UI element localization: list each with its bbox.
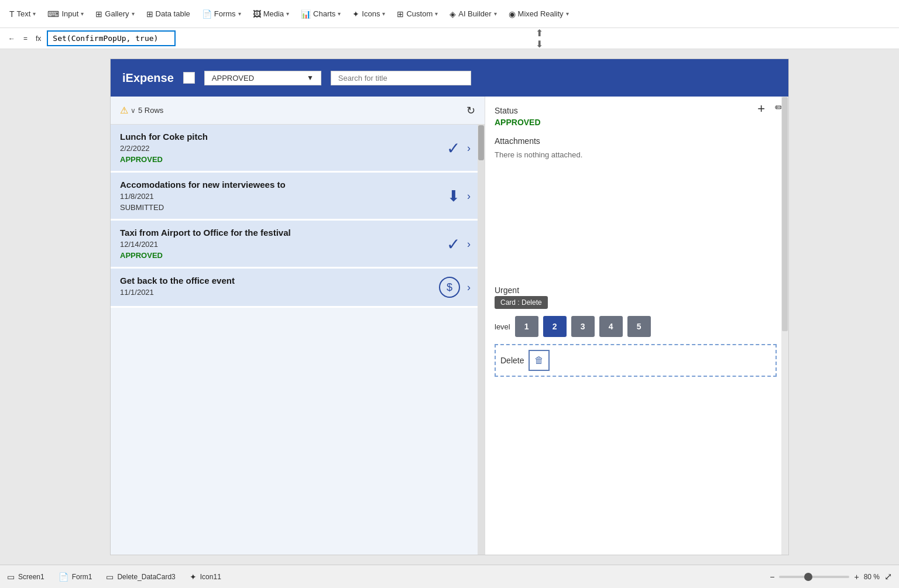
- level-4-button[interactable]: 4: [599, 316, 623, 337]
- formula-resize-handle[interactable]: ⬆ ⬇: [536, 27, 543, 50]
- status-delete-datacard3[interactable]: ▭ Delete_DataCard3: [106, 572, 175, 582]
- back-button[interactable]: ←: [5, 33, 19, 44]
- toolbar-datatable-label: Data table: [156, 9, 190, 18]
- chevron-down-icon: ▾: [286, 11, 289, 17]
- dollar-icon: $: [439, 277, 460, 298]
- fx-button[interactable]: fx: [32, 33, 44, 44]
- zoom-minus-button[interactable]: −: [770, 572, 774, 582]
- warning-icon: ⚠: [120, 105, 128, 116]
- delete-button[interactable]: 🗑: [529, 350, 550, 371]
- toolbar-gallery[interactable]: ⊞ Gallery ▾: [91, 7, 139, 21]
- charts-icon: 📊: [301, 9, 311, 19]
- level-1-button[interactable]: 1: [515, 316, 538, 337]
- formula-bar: ← = fx ⬆ ⬇: [0, 28, 899, 49]
- detail-panel: + ✏ Status APPROVED Attachments There is…: [485, 97, 788, 555]
- ai-builder-icon: ◈: [450, 9, 456, 19]
- toolbar-gallery-label: Gallery: [105, 9, 129, 18]
- toolbar-custom-label: Custom: [406, 9, 433, 18]
- toolbar-icons[interactable]: ✦ Icons ▾: [348, 7, 390, 21]
- delete-row: Delete 🗑: [500, 350, 771, 371]
- item-title: Accomodations for new interviewees to: [120, 180, 468, 190]
- app-header: iExpense APPROVED ▼: [111, 59, 788, 97]
- toolbar-charts-label: Charts: [313, 9, 335, 18]
- toolbar-datatable[interactable]: ⊞ Data table: [142, 7, 195, 21]
- list-items: Lunch for Coke pitch 2/2/2022 APPROVED ✓…: [111, 125, 478, 555]
- item-title: Taxi from Airport to Office for the fest…: [120, 228, 468, 238]
- card-delete-tooltip: Card : Delete: [495, 296, 548, 309]
- chevron-down-icon: ▾: [33, 11, 36, 17]
- chevron-down-icon: ▾: [382, 11, 385, 17]
- toolbar-media[interactable]: 🖼 Media ▾: [248, 7, 294, 21]
- toolbar-charts[interactable]: 📊 Charts ▾: [296, 7, 345, 21]
- item-status: APPROVED: [120, 155, 468, 164]
- expand-button[interactable]: ⤢: [884, 571, 892, 582]
- toolbar-input[interactable]: ⌨ Input ▾: [43, 7, 88, 21]
- level-label: level: [495, 322, 510, 331]
- equals-button[interactable]: =: [20, 33, 31, 44]
- zoom-plus-button[interactable]: +: [854, 572, 859, 582]
- toolbar-text[interactable]: T Text ▾: [5, 7, 40, 21]
- arrow-right-icon[interactable]: ›: [467, 281, 471, 294]
- mixed-reality-icon: ◉: [509, 9, 516, 19]
- item-date: 11/8/2021: [120, 192, 468, 201]
- header-checkbox[interactable]: [183, 72, 195, 84]
- arrow-right-icon[interactable]: ›: [467, 142, 471, 154]
- toolbar-custom[interactable]: ⊞ Custom ▾: [392, 7, 442, 21]
- zoom-value: 80 %: [864, 573, 880, 581]
- chevron-down-icon: ▾: [132, 11, 135, 17]
- item-title: Get back to the office event: [120, 276, 468, 286]
- list-item[interactable]: Taxi from Airport to Office for the fest…: [111, 221, 478, 269]
- app-body: ⚠ ∨ 5 Rows ↻ Lunch for Coke pitch 2/2/20…: [111, 97, 788, 555]
- status-icon11[interactable]: ✦ Icon11: [190, 572, 221, 582]
- item-actions: ✓ ›: [447, 234, 471, 253]
- chevron-down-icon: ▾: [566, 11, 569, 17]
- chevron-down-icon: ▾: [494, 11, 497, 17]
- status-value: APPROVED: [495, 118, 777, 127]
- arrow-right-icon[interactable]: ›: [467, 190, 471, 202]
- form-icon: 📄: [59, 572, 68, 582]
- item-actions: ✓ ›: [447, 138, 471, 157]
- delete-section: Delete 🗑: [495, 344, 777, 377]
- toolbar-mixed-reality[interactable]: ◉ Mixed Reality ▾: [504, 7, 574, 21]
- download-icon: ⬇: [447, 187, 460, 205]
- level-2-button[interactable]: 2: [543, 316, 567, 337]
- toolbar-input-label: Input: [61, 9, 78, 18]
- icons-icon: ✦: [352, 9, 359, 19]
- status-label: Status: [495, 106, 777, 115]
- toolbar-ai-builder[interactable]: ◈ AI Builder ▾: [445, 7, 501, 21]
- datacard-icon: ▭: [106, 572, 114, 582]
- refresh-button[interactable]: ↻: [466, 104, 475, 117]
- app-container: iExpense APPROVED ▼ ⚠ ∨ 5 Rows ↻: [110, 59, 789, 555]
- list-scrollbar[interactable]: [478, 125, 485, 555]
- level-3-button[interactable]: 3: [571, 316, 595, 337]
- level-5-button[interactable]: 5: [627, 316, 651, 337]
- search-box[interactable]: [331, 71, 471, 85]
- arrow-right-icon[interactable]: ›: [467, 238, 471, 250]
- delete-datacard3-label: Delete_DataCard3: [117, 573, 175, 581]
- formula-input[interactable]: [47, 30, 176, 46]
- icon11-icon: ✦: [190, 572, 197, 582]
- toolbar-icons-label: Icons: [362, 9, 380, 18]
- status-bar: ▭ Screen1 📄 Form1 ▭ Delete_DataCard3 ✦ I…: [0, 565, 899, 588]
- app-title: iExpense: [122, 71, 174, 85]
- detail-scrollbar[interactable]: [781, 97, 788, 555]
- zoom-section: − + 80 % ⤢: [770, 571, 892, 582]
- chevron-down-icon: ▾: [238, 11, 241, 17]
- list-item[interactable]: Lunch for Coke pitch 2/2/2022 APPROVED ✓…: [111, 125, 478, 173]
- status-dropdown-value: APPROVED: [212, 74, 302, 82]
- zoom-slider[interactable]: [779, 576, 849, 578]
- toolbar-forms[interactable]: 📄 Forms ▾: [197, 7, 246, 21]
- checkmark-icon: ✓: [447, 234, 460, 253]
- dropdown-arrow-icon: ▼: [307, 74, 314, 82]
- status-dropdown[interactable]: APPROVED ▼: [204, 71, 321, 85]
- toolbar-mixed-reality-label: Mixed Reality: [518, 9, 564, 18]
- status-screen1[interactable]: ▭ Screen1: [7, 572, 44, 582]
- status-form1[interactable]: 📄 Form1: [59, 572, 92, 582]
- text-icon: T: [9, 9, 15, 19]
- search-input[interactable]: [338, 74, 464, 82]
- list-item[interactable]: Get back to the office event 11/1/2021 $…: [111, 269, 478, 308]
- forms-icon: 📄: [202, 9, 212, 19]
- item-title: Lunch for Coke pitch: [120, 132, 468, 142]
- add-button[interactable]: +: [757, 101, 765, 116]
- list-item[interactable]: Accomodations for new interviewees to 11…: [111, 173, 478, 221]
